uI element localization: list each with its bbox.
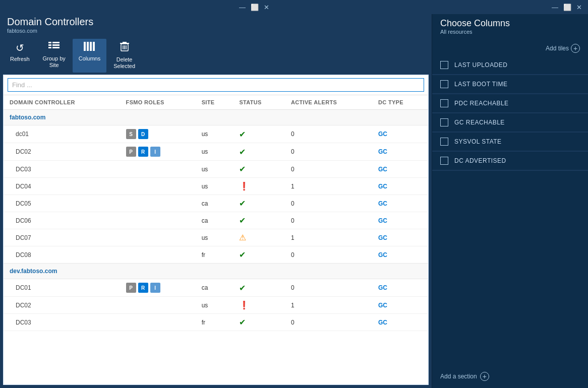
col-status: STATUS — [233, 95, 285, 110]
add-section-label: Add a section — [440, 373, 477, 380]
dc-alerts: 0 — [285, 161, 372, 178]
status-ok-icon: ✔ — [239, 250, 246, 259]
dc-name: DC08 — [4, 246, 120, 264]
add-tiles-label: Add tiles — [546, 45, 569, 52]
fsmo-badges: SD — [126, 129, 190, 139]
dc-status: ✔ — [233, 125, 285, 143]
column-checkbox[interactable] — [440, 118, 448, 126]
dc-site: ca — [196, 212, 233, 229]
add-tiles-button[interactable]: Add tiles + — [432, 41, 588, 56]
dc-alerts: 1 — [285, 229, 372, 246]
dc-alerts: 0 — [285, 125, 372, 143]
table-row[interactable]: DC03 us ✔ 0 GC — [4, 161, 428, 178]
table-row[interactable]: DC04 us ❗ 1 GC — [4, 178, 428, 195]
fsmo-roles: SD — [120, 125, 196, 143]
app-title: Domain Controllers — [7, 16, 425, 28]
fsmo-roles — [120, 195, 196, 212]
minimize-icon[interactable]: — — [239, 4, 246, 11]
dc-type: GC — [372, 246, 428, 264]
dc-type: GC — [372, 178, 428, 195]
status-error-icon: ❗ — [239, 301, 249, 309]
right-close-icon[interactable]: ✕ — [576, 4, 582, 11]
svg-rect-4 — [48, 47, 51, 48]
column-item-pdc-reachable[interactable]: PDC REACHABLE — [432, 94, 588, 113]
dc-site: us — [196, 143, 233, 161]
dc-type: GC — [372, 314, 428, 331]
column-label: DC ADVERTISED — [454, 157, 506, 164]
fsmo-badge: I — [150, 283, 160, 293]
table-row[interactable]: dc01 SD us ✔ 0 GC — [4, 125, 428, 143]
right-maximize-icon[interactable]: ⬜ — [563, 4, 571, 11]
column-checkbox[interactable] — [440, 138, 448, 146]
status-ok-icon: ✔ — [239, 318, 246, 327]
col-site: SITE — [196, 95, 233, 110]
column-item-last-uploaded[interactable]: LAST UPLOADED — [432, 56, 588, 75]
dc-alerts: 0 — [285, 314, 372, 331]
toolbar: ↺ Refresh Group bySite — [0, 37, 432, 73]
dc-site: ca — [196, 195, 233, 212]
refresh-button[interactable]: ↺ Refresh — [4, 39, 36, 73]
right-minimize-icon[interactable]: — — [552, 4, 558, 11]
column-label: LAST BOOT TIME — [454, 81, 507, 88]
close-icon[interactable]: ✕ — [264, 4, 269, 11]
table-row[interactable]: DC05 ca ✔ 0 GC — [4, 195, 428, 212]
fsmo-badge: P — [126, 147, 136, 157]
column-checkbox[interactable] — [440, 157, 448, 165]
svg-rect-2 — [48, 44, 51, 46]
dc-status: ❗ — [233, 297, 285, 314]
group-name: dev.fabtoso.com — [4, 264, 428, 279]
dc-status: ✔ — [233, 212, 285, 229]
col-active-alerts: ACTIVE ALERTS — [285, 95, 372, 110]
table-row[interactable]: DC01 PRI ca ✔ 0 GC — [4, 279, 428, 297]
table-row[interactable]: DC08 fr ✔ 0 GC — [4, 246, 428, 264]
column-item-dc-advertised[interactable]: DC ADVERTISED — [432, 152, 588, 170]
fsmo-badge: I — [150, 147, 160, 157]
column-checkbox[interactable] — [440, 99, 448, 107]
svg-rect-1 — [52, 42, 60, 43]
dc-name: DC02 — [4, 297, 120, 314]
dc-status: ✔ — [233, 314, 285, 331]
dc-status: ❗ — [233, 178, 285, 195]
column-checkbox[interactable] — [440, 80, 448, 88]
table-row[interactable]: DC02 us ❗ 1 GC — [4, 297, 428, 314]
column-item-sysvol-state[interactable]: SYSVOL STATE — [432, 133, 588, 151]
status-ok-icon: ✔ — [239, 216, 246, 225]
columns-button[interactable]: Columns — [73, 39, 106, 73]
status-ok-icon: ✔ — [239, 284, 246, 292]
fsmo-roles — [120, 246, 196, 264]
fsmo-badges: PRI — [126, 147, 190, 157]
dc-site: ca — [196, 279, 233, 297]
table-row[interactable]: DC06 ca ✔ 0 GC — [4, 212, 428, 229]
fsmo-roles — [120, 161, 196, 178]
table-row[interactable]: DC02 PRI us ✔ 0 GC — [4, 143, 428, 161]
dc-type: GC — [372, 212, 428, 229]
add-section-button[interactable]: Add a section + — [432, 365, 588, 388]
column-item-gc-reachable[interactable]: GC REACHABLE — [432, 113, 588, 132]
group-header: dev.fabtoso.com — [4, 264, 428, 279]
maximize-icon[interactable]: ⬜ — [251, 4, 259, 11]
group-header: fabtoso.com — [4, 110, 428, 125]
dc-site: us — [196, 297, 233, 314]
svg-rect-7 — [87, 42, 89, 51]
columns-icon — [84, 42, 95, 53]
table-row[interactable]: DC07 us ⚠ 1 GC — [4, 229, 428, 246]
right-panel-subtitle: All resources — [440, 29, 580, 35]
group-by-site-button[interactable]: Group bySite — [37, 39, 72, 73]
column-item-last-boot-time[interactable]: LAST BOOT TIME — [432, 75, 588, 94]
table-row[interactable]: DC03 fr ✔ 0 GC — [4, 314, 428, 331]
refresh-label: Refresh — [10, 56, 30, 62]
column-label: LAST UPLOADED — [454, 61, 507, 69]
fsmo-roles — [120, 314, 196, 331]
dc-alerts: 0 — [285, 279, 372, 297]
right-panel: Choose Columns All resources Add tiles +… — [432, 14, 588, 388]
delete-label: DeleteSelected — [113, 56, 135, 70]
search-input[interactable] — [8, 78, 424, 92]
column-checkbox[interactable] — [440, 61, 448, 69]
column-label: SYSVOL STATE — [454, 138, 502, 145]
dc-name: dc01 — [4, 125, 120, 143]
delete-selected-button[interactable]: DeleteSelected — [107, 39, 141, 73]
group-by-icon — [48, 42, 60, 53]
svg-rect-8 — [90, 42, 92, 51]
dc-status: ⚠ — [233, 229, 285, 246]
status-warn-icon: ⚠ — [239, 233, 246, 242]
